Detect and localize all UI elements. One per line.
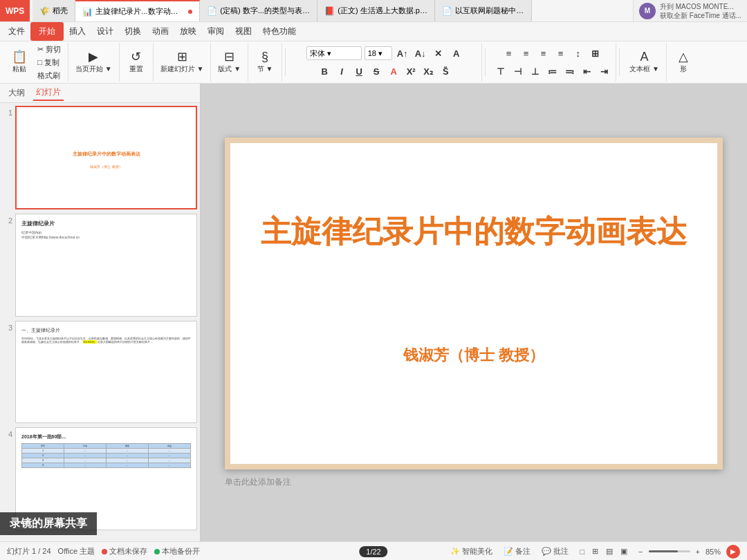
comments-label: 批注 xyxy=(553,546,569,557)
underline-button[interactable]: U xyxy=(351,64,367,79)
smart-beauty-label: 智能美化 xyxy=(462,546,492,557)
tab-pdf1[interactable]: 📕 (正文) 生活遇上大数据.pdf ○ xyxy=(317,0,435,21)
indent-increase-button[interactable]: ⇥ xyxy=(596,64,611,79)
slide-item-1[interactable]: 1 主旋律纪录片中的数字动画表达 钱淑芳（博士 教授） xyxy=(3,106,197,209)
reset-label: 重置 xyxy=(129,64,143,74)
title-bar-tabs: WPS 🌾 稻壳 📊 主旋律纪录片...数字动画表达 ● 📄 (定稿) 数字..… xyxy=(0,0,633,21)
align-top-button[interactable]: ⊤ xyxy=(492,64,508,79)
menu-transition[interactable]: 切换 xyxy=(119,22,147,41)
new-slide-button[interactable]: ⊞ 新建幻灯片 ▼ xyxy=(158,49,207,75)
align-justify-button[interactable]: ≡ xyxy=(553,46,569,61)
wps-logo[interactable]: WPS xyxy=(0,0,30,21)
text-effect-button[interactable]: A xyxy=(449,46,464,61)
notification-area[interactable]: M 升到 MACOS MONTE... 获取全新 FaceTime 通话... xyxy=(633,0,747,21)
menu-start[interactable]: 开始 xyxy=(30,22,64,41)
font-grow-button[interactable]: A↑ xyxy=(395,46,410,61)
layout-button[interactable]: ⊟ 版式 ▼ xyxy=(215,49,243,75)
main-area: 大纲 幻灯片 1 主旋律纪录片中的数字动画表达 钱淑芳（博士 教授） 2 xyxy=(0,84,747,541)
outline-tab[interactable]: 大纲 xyxy=(6,86,28,100)
notes-placeholder[interactable]: 单击此处添加备注 xyxy=(225,477,291,487)
slides-list[interactable]: 1 主旋律纪录片中的数字动画表达 钱淑芳（博士 教授） 2 xyxy=(0,103,200,541)
clear-format-button[interactable]: ✕ xyxy=(431,46,446,61)
thumb1-author: 钱淑芳（博士 教授） xyxy=(22,165,190,169)
zoom-slider[interactable] xyxy=(649,550,690,552)
menu-animation[interactable]: 动画 xyxy=(147,22,174,41)
superscript-button[interactable]: X² xyxy=(403,64,418,79)
font-family-selector[interactable]: 宋体 ▾ xyxy=(306,46,362,60)
modified-dot xyxy=(188,10,192,14)
start-slideshow-button[interactable]: ▶ 当页开始 ▼ xyxy=(73,49,115,75)
font-shrink-button[interactable]: A↓ xyxy=(413,46,428,61)
reset-button[interactable]: ↺ 重置 xyxy=(124,49,149,75)
cut-button[interactable]: ✂ 剪切 xyxy=(35,44,64,55)
align-left-button[interactable]: ≡ xyxy=(501,46,517,61)
tab-ppt1[interactable]: 📊 主旋律纪录片...数字动画表达 ● xyxy=(75,0,200,21)
canvas-main-title[interactable]: 主旋律纪录片中的数字动画表达 xyxy=(246,214,702,250)
slide-thumb-1[interactable]: 主旋律纪录片中的数字动画表达 钱淑芳（博士 教授） xyxy=(15,106,197,209)
slide-item-3[interactable]: 3 一、主旋律纪录片 2016年纪，飞龙全景见主旋律纪录片让片以纪念弘生，记录民… xyxy=(3,321,197,424)
indent-decrease-button[interactable]: ⇤ xyxy=(579,64,594,79)
thumb3-title: 一、主旋律纪录片 xyxy=(21,327,191,334)
slide-thumb-2[interactable]: 主旋律纪录片 纪录中国App 中国纪录片网http://www.docuchin… xyxy=(15,214,197,317)
bullet-list-button[interactable]: ≔ xyxy=(544,64,560,79)
align-middle-button[interactable]: ⊣ xyxy=(510,64,525,79)
number-list-button[interactable]: ≕ xyxy=(562,64,577,79)
paste-button[interactable]: 📋 粘贴 xyxy=(7,49,32,75)
comments-button[interactable]: 💬 批注 xyxy=(539,545,571,557)
menu-file[interactable]: 文件 xyxy=(3,22,30,41)
menu-design[interactable]: 设计 xyxy=(91,22,119,41)
textbox-button[interactable]: A 文本框 ▼ xyxy=(627,49,662,75)
thumb1-title: 主旋律纪录片中的数字动画表达 xyxy=(22,151,190,158)
format-painter-button[interactable]: 格式刷 xyxy=(35,70,64,82)
shape-group: △ 形 xyxy=(667,43,700,82)
tab-word1[interactable]: 📄 (定稿) 数字...的类型与表现 ○ xyxy=(200,0,317,21)
normal-view-button[interactable]: □ xyxy=(577,547,587,557)
font-size-selector[interactable]: 18 ▾ xyxy=(365,46,392,60)
slide-thumb-3[interactable]: 一、主旋律纪录片 2016年纪，飞龙全景见主旋律纪录片让片以纪念弘生，记录民族自… xyxy=(15,321,197,424)
column-button[interactable]: ⊞ xyxy=(588,46,603,61)
align-center-button[interactable]: ≡ xyxy=(519,46,534,61)
tab-ppt1-label: 主旋律纪录片...数字动画表达 ● xyxy=(95,6,185,17)
shape-button[interactable]: △ 形 xyxy=(671,49,696,75)
ribbon-toolbar: 📋 粘贴 ✂ 剪切 □ 复制 格式刷 ▶ 当页开始 ▼ ↺ 重置 xyxy=(0,41,747,83)
play-button[interactable]: ▶ xyxy=(726,545,740,559)
bold-button[interactable]: B xyxy=(317,64,332,79)
bottom-bar: 幻灯片 1 / 24 Office 主题 文档未保存 本地备份开 1/22 ✨ … xyxy=(0,541,747,560)
menu-slideshow[interactable]: 放映 xyxy=(174,22,202,41)
layout-label: 版式 ▼ xyxy=(218,64,241,74)
subscript-button[interactable]: X₂ xyxy=(421,64,436,79)
slide-canvas[interactable]: 主旋律纪录片中的数字动画表达 钱淑芳（博士 教授） xyxy=(225,138,723,469)
menu-view[interactable]: 视图 xyxy=(230,22,257,41)
tab-daogao[interactable]: 🌾 稻壳 xyxy=(33,0,75,21)
mirror-text-overlay: 录镜的屏幕共享 xyxy=(0,512,97,535)
copy-button[interactable]: □ 复制 xyxy=(35,57,64,68)
menu-special[interactable]: 特色功能 xyxy=(257,22,302,41)
line-spacing-button[interactable]: ↕ xyxy=(571,46,586,61)
shadow-button[interactable]: S̈ xyxy=(438,64,453,79)
menu-review[interactable]: 审阅 xyxy=(202,22,230,41)
zoom-out-button[interactable]: − xyxy=(636,547,645,557)
smart-beauty-button[interactable]: ✨ 智能美化 xyxy=(448,545,495,557)
new-slide-group: ⊞ 新建幻灯片 ▼ xyxy=(154,43,212,82)
thumb2-title: 主旋律纪录片 xyxy=(21,220,191,227)
align-right-button[interactable]: ≡ xyxy=(536,46,551,61)
notes-button[interactable]: 📝 备注 xyxy=(501,545,533,557)
section-button[interactable]: § 节 ▼ xyxy=(252,49,277,75)
zoom-in-button[interactable]: + xyxy=(693,547,703,557)
italic-button[interactable]: I xyxy=(334,64,349,79)
align-bottom-button[interactable]: ⊥ xyxy=(527,64,542,79)
strikethrough-button[interactable]: S xyxy=(369,64,384,79)
font-color-button[interactable]: A xyxy=(386,64,401,79)
canvas-author[interactable]: 钱淑芳（博士 教授） xyxy=(246,345,702,366)
slide-item-2[interactable]: 2 主旋律纪录片 纪录中国App 中国纪录片网http://www.docuch… xyxy=(3,214,197,317)
doc-status-text: 文档未保存 xyxy=(109,546,147,557)
paste-group: 📋 粘贴 ✂ 剪切 □ 复制 格式刷 xyxy=(3,43,68,82)
tab-word2[interactable]: 📄 以互联网刷题秘中国.doc... xyxy=(435,0,532,21)
slides-tab[interactable]: 幻灯片 xyxy=(33,85,64,101)
menu-insert[interactable]: 插入 xyxy=(64,22,91,41)
reading-view-button[interactable]: ▣ xyxy=(618,546,630,557)
grid-view-button[interactable]: ⊞ xyxy=(589,546,601,557)
notes-view-button[interactable]: ▤ xyxy=(603,546,616,557)
slide-number-3: 3 xyxy=(3,324,12,332)
canvas-area[interactable]: 主旋律纪录片中的数字动画表达 钱淑芳（博士 教授） 单击此处添加备注 xyxy=(201,84,747,541)
